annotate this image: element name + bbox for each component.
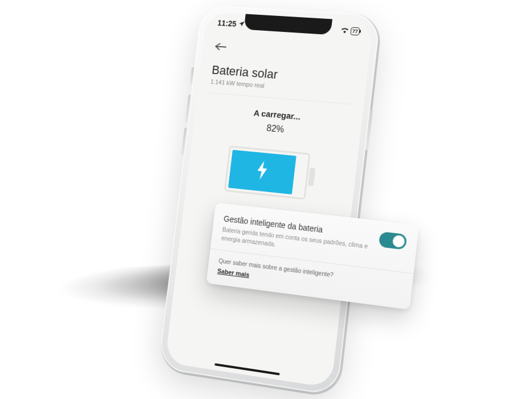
battery-graphic (198, 143, 346, 203)
battery-cap-icon (308, 168, 315, 186)
power-button (366, 109, 373, 150)
power-label: tempo real (236, 80, 265, 89)
smart-management-toggle[interactable] (379, 231, 408, 250)
status-battery-percent: 77 (352, 28, 358, 35)
volume-up-button (185, 95, 191, 122)
back-button[interactable] (214, 40, 228, 55)
phone-mockup: 11:25 77 (157, 5, 381, 399)
silent-switch (190, 67, 194, 84)
location-icon (238, 19, 245, 28)
bolt-icon (255, 160, 270, 184)
phone-screen: 11:25 77 (165, 11, 373, 388)
learn-more-link[interactable]: Saber mais (217, 267, 250, 278)
battery-status-icon: 77 (350, 27, 360, 36)
battery-body-icon (224, 145, 311, 199)
status-time: 11:25 (217, 18, 237, 28)
battery-fill (228, 150, 297, 194)
wifi-icon (340, 26, 350, 35)
volume-down-button (181, 128, 187, 156)
toggle-knob (392, 235, 405, 248)
power-value: 1.141 kW (210, 78, 235, 87)
